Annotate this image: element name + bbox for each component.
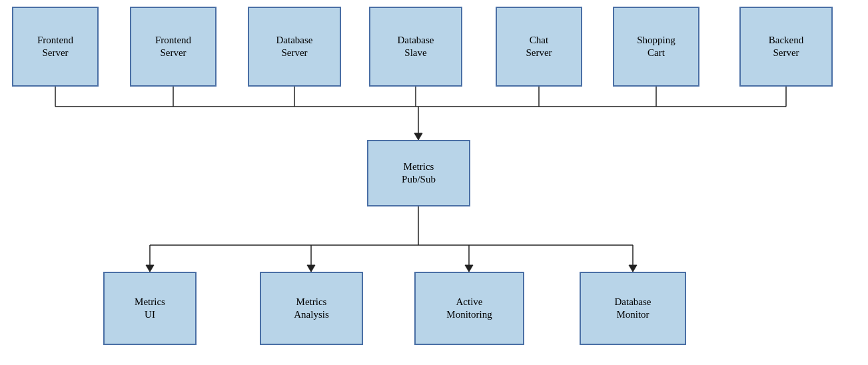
svg-marker-9 [414, 133, 422, 140]
svg-marker-13 [146, 265, 154, 272]
node-chat-server: ChatServer [496, 7, 582, 87]
node-metrics-analysis: MetricsAnalysis [260, 272, 363, 345]
node-active-monitoring: ActiveMonitoring [414, 272, 524, 345]
node-metrics-ui: MetricsUI [103, 272, 197, 345]
node-frontend-server-2: FrontendServer [130, 7, 217, 87]
architecture-diagram: FrontendServer FrontendServer DatabaseSe… [0, 0, 868, 365]
node-database-slave: DatabaseSlave [369, 7, 462, 87]
svg-marker-19 [629, 265, 637, 272]
svg-marker-15 [307, 265, 315, 272]
node-database-server: DatabaseServer [248, 7, 341, 87]
node-backend-server: BackendServer [739, 7, 833, 87]
svg-marker-17 [465, 265, 473, 272]
node-shopping-cart: ShoppingCart [613, 7, 699, 87]
node-metrics-pubsub: MetricsPub/Sub [367, 140, 470, 206]
node-database-monitor: DatabaseMonitor [580, 272, 686, 345]
node-frontend-server-1: FrontendServer [12, 7, 99, 87]
